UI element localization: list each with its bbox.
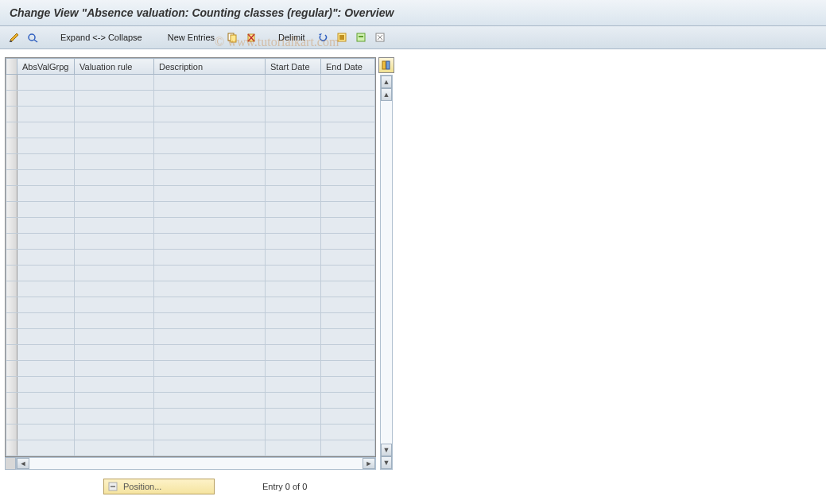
table-row[interactable]	[6, 409, 375, 425]
cell[interactable]	[75, 409, 154, 425]
cell[interactable]	[75, 218, 154, 234]
row-selector[interactable]	[6, 361, 17, 377]
cell[interactable]	[17, 250, 75, 266]
cell[interactable]	[154, 377, 266, 393]
cell[interactable]	[266, 186, 321, 202]
cell[interactable]	[75, 377, 154, 393]
table-row[interactable]	[6, 266, 375, 281]
table-row[interactable]	[6, 393, 375, 409]
cell[interactable]	[154, 440, 266, 456]
row-selector[interactable]	[6, 393, 17, 409]
table-settings-icon[interactable]	[378, 57, 394, 73]
row-selector[interactable]	[6, 281, 17, 297]
row-selector[interactable]	[6, 329, 17, 345]
other-view-icon[interactable]	[25, 29, 41, 45]
new-entries-button[interactable]: New Entries	[161, 31, 221, 44]
horizontal-scrollbar[interactable]: ◄ ►	[16, 457, 376, 470]
cell[interactable]	[17, 281, 75, 297]
cell[interactable]	[154, 91, 266, 107]
cell[interactable]	[17, 91, 75, 107]
cell[interactable]	[154, 297, 266, 313]
table-row[interactable]	[6, 281, 375, 297]
cell[interactable]	[266, 154, 321, 170]
cell[interactable]	[266, 377, 321, 393]
cell[interactable]	[75, 107, 154, 122]
row-selector[interactable]	[6, 154, 17, 170]
row-selector[interactable]	[6, 345, 17, 361]
cell[interactable]	[17, 345, 75, 361]
cell[interactable]	[75, 122, 154, 138]
cell[interactable]	[321, 107, 375, 122]
cell[interactable]	[321, 122, 375, 138]
cell[interactable]	[266, 202, 321, 218]
row-selector[interactable]	[6, 138, 17, 154]
cell[interactable]	[266, 91, 321, 107]
cell[interactable]	[154, 202, 266, 218]
cell[interactable]	[75, 138, 154, 154]
cell[interactable]	[154, 329, 266, 345]
cell[interactable]	[17, 75, 75, 91]
cell[interactable]	[154, 234, 266, 250]
cell[interactable]	[75, 393, 154, 409]
row-selector[interactable]	[6, 409, 17, 425]
table-row[interactable]	[6, 361, 375, 377]
cell[interactable]	[154, 281, 266, 297]
cell[interactable]	[266, 345, 321, 361]
cell[interactable]	[75, 75, 154, 91]
cell[interactable]	[321, 234, 375, 250]
cell[interactable]	[154, 154, 266, 170]
cell[interactable]	[154, 75, 266, 91]
cell[interactable]	[17, 154, 75, 170]
cell[interactable]	[17, 218, 75, 234]
table-row[interactable]	[6, 186, 375, 202]
row-selector[interactable]	[6, 440, 17, 456]
cell[interactable]	[154, 313, 266, 329]
col-header-end-date[interactable]: End Date	[321, 59, 375, 75]
cell[interactable]	[154, 122, 266, 138]
cell[interactable]	[321, 361, 375, 377]
cell[interactable]	[75, 361, 154, 377]
cell[interactable]	[266, 329, 321, 345]
cell[interactable]	[17, 440, 75, 456]
scroll-up-icon[interactable]: ▲	[381, 76, 392, 88]
cell[interactable]	[266, 122, 321, 138]
cell[interactable]	[154, 425, 266, 440]
table-row[interactable]	[6, 313, 375, 329]
cell[interactable]	[17, 202, 75, 218]
cell[interactable]	[321, 75, 375, 91]
scroll-up2-icon[interactable]: ▲	[381, 88, 392, 101]
cell[interactable]	[17, 377, 75, 393]
cell[interactable]	[321, 154, 375, 170]
table-row[interactable]	[6, 425, 375, 440]
scroll-right-icon[interactable]: ►	[363, 458, 375, 469]
table-row[interactable]	[6, 234, 375, 250]
col-header-description[interactable]: Description	[154, 59, 266, 75]
deselect-icon[interactable]	[372, 29, 388, 45]
table-row[interactable]	[6, 440, 375, 456]
scroll-down-icon[interactable]: ▼	[381, 444, 392, 456]
cell[interactable]	[75, 345, 154, 361]
cell[interactable]	[154, 266, 266, 281]
row-selector[interactable]	[6, 250, 17, 266]
cell[interactable]	[321, 393, 375, 409]
row-selector[interactable]	[6, 91, 17, 107]
cell[interactable]	[17, 266, 75, 281]
cell[interactable]	[321, 91, 375, 107]
cell[interactable]	[17, 170, 75, 186]
cell[interactable]	[75, 297, 154, 313]
table-row[interactable]	[6, 377, 375, 393]
select-block-icon[interactable]	[353, 29, 369, 45]
cell[interactable]	[17, 409, 75, 425]
cell[interactable]	[266, 250, 321, 266]
cell[interactable]	[75, 281, 154, 297]
delimit-button[interactable]: Delimit	[272, 31, 312, 44]
cell[interactable]	[75, 202, 154, 218]
cell[interactable]	[266, 281, 321, 297]
table-row[interactable]	[6, 91, 375, 107]
row-selector[interactable]	[6, 313, 17, 329]
cell[interactable]	[17, 329, 75, 345]
undo-icon[interactable]	[315, 29, 331, 45]
cell[interactable]	[321, 281, 375, 297]
cell[interactable]	[321, 186, 375, 202]
cell[interactable]	[17, 313, 75, 329]
